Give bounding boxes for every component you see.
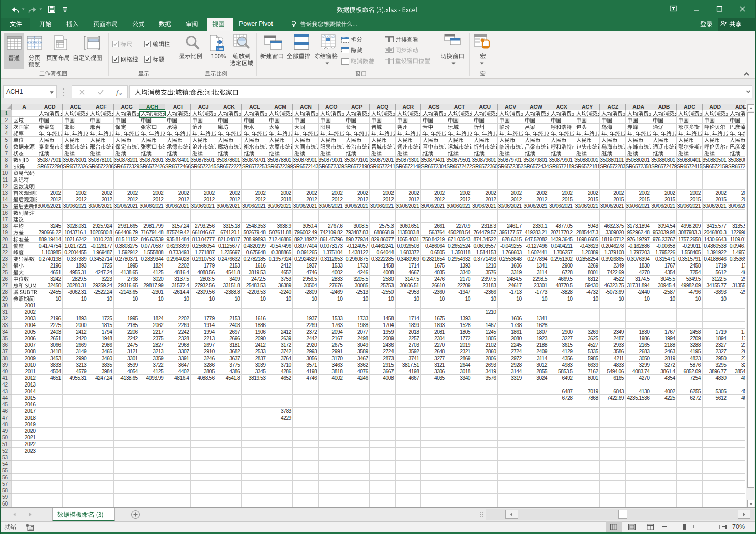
- svg-text:x: x: [119, 91, 122, 96]
- svg-text:100: 100: [217, 47, 223, 51]
